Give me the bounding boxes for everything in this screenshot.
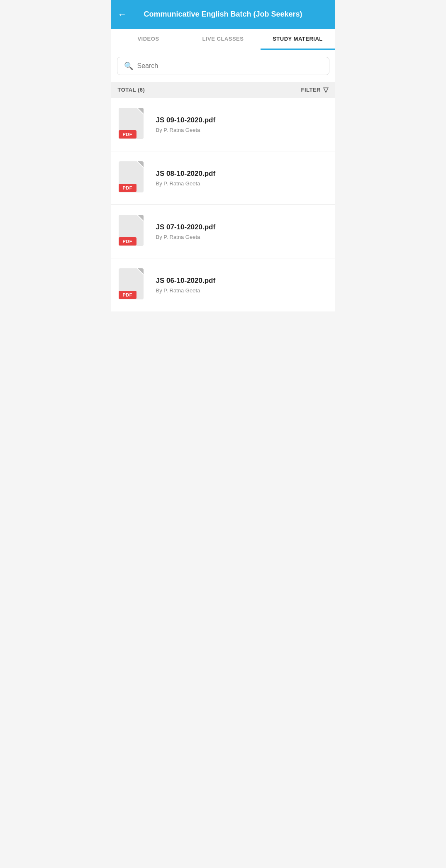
pdf-icon-wrap: PDF	[119, 108, 148, 141]
pdf-icon-wrap: PDF	[119, 161, 148, 195]
search-container: 🔍	[111, 50, 335, 82]
file-author: By P. Ratna Geeta	[156, 180, 328, 187]
file-info: JS 09-10-2020.pdf By P. Ratna Geeta	[156, 116, 328, 133]
file-name: JS 07-10-2020.pdf	[156, 223, 328, 231]
pdf-badge: PDF	[119, 130, 137, 139]
file-info: JS 07-10-2020.pdf By P. Ratna Geeta	[156, 223, 328, 240]
file-info: JS 08-10-2020.pdf By P. Ratna Geeta	[156, 170, 328, 187]
list-item[interactable]: PDF JS 07-10-2020.pdf By P. Ratna Geeta	[111, 205, 335, 258]
filter-label: FILTER	[301, 87, 321, 93]
file-name: JS 09-10-2020.pdf	[156, 116, 328, 124]
pdf-badge: PDF	[119, 237, 137, 246]
list-item[interactable]: PDF JS 08-10-2020.pdf By P. Ratna Geeta	[111, 151, 335, 205]
file-list: PDF JS 09-10-2020.pdf By P. Ratna Geeta …	[111, 98, 335, 311]
pdf-icon-wrap: PDF	[119, 215, 148, 248]
list-item[interactable]: PDF JS 09-10-2020.pdf By P. Ratna Geeta	[111, 98, 335, 151]
tab-study-material[interactable]: STUDY MATERIAL	[261, 29, 335, 50]
file-info: JS 06-10-2020.pdf By P. Ratna Geeta	[156, 277, 328, 294]
header: ← Communicative English Batch (Job Seeke…	[111, 0, 335, 29]
tab-bar: VIDEOS LIVE CLASSES STUDY MATERIAL	[111, 29, 335, 50]
search-input[interactable]	[137, 62, 322, 70]
file-name: JS 06-10-2020.pdf	[156, 277, 328, 285]
search-box[interactable]: 🔍	[117, 57, 329, 75]
file-author: By P. Ratna Geeta	[156, 127, 328, 133]
tab-videos[interactable]: VIDEOS	[111, 29, 186, 50]
filter-bar: TOTAL (6) FILTER ▽	[111, 82, 335, 98]
page-title: Communicative English Batch (Job Seekers…	[123, 9, 323, 19]
file-author: By P. Ratna Geeta	[156, 287, 328, 294]
total-count: TOTAL (6)	[118, 87, 145, 93]
file-name: JS 08-10-2020.pdf	[156, 170, 328, 178]
pdf-icon-wrap: PDF	[119, 268, 148, 301]
back-button[interactable]: ←	[118, 9, 127, 20]
tab-live-classes[interactable]: LIVE CLASSES	[186, 29, 261, 50]
pdf-badge: PDF	[119, 184, 137, 192]
filter-button[interactable]: FILTER ▽	[301, 86, 328, 94]
filter-icon: ▽	[323, 86, 329, 94]
pdf-badge: PDF	[119, 291, 137, 299]
search-icon: 🔍	[124, 61, 133, 71]
list-item[interactable]: PDF JS 06-10-2020.pdf By P. Ratna Geeta	[111, 258, 335, 311]
file-author: By P. Ratna Geeta	[156, 234, 328, 240]
